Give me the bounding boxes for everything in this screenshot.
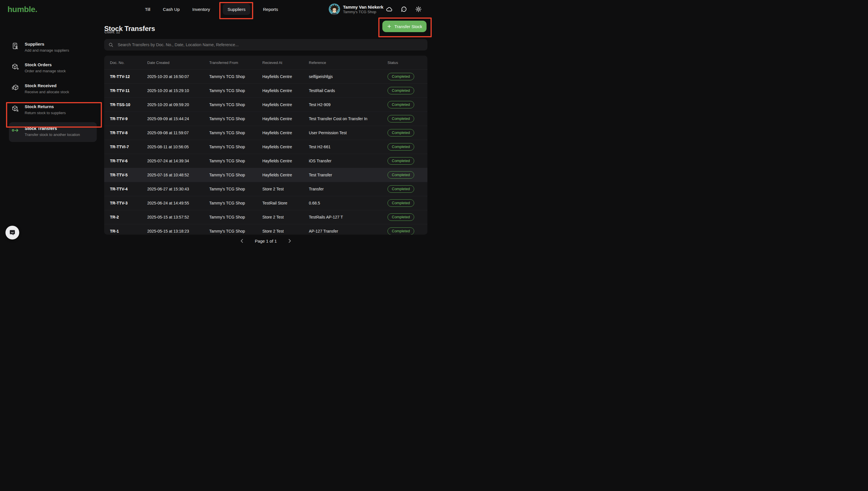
nav-reports[interactable]: Reports <box>263 7 278 12</box>
status-badge: Completed <box>387 157 414 165</box>
cell-reference: AP-127 Transfer <box>309 229 387 233</box>
cell-transferred-from: Tammy's TCG Shop <box>209 116 262 121</box>
cell-date-created: 2025-10-20 at 16:50:07 <box>147 74 209 79</box>
table-row[interactable]: TR-TTV-6 2025-07-24 at 14:39:34 Tammy's … <box>104 154 427 168</box>
search-bar <box>104 39 427 51</box>
brand-logo: humble. <box>7 5 37 14</box>
nav-till[interactable]: Till <box>145 7 151 12</box>
cell-reference: 0.68.5 <box>309 201 387 205</box>
status-badge: Completed <box>387 227 414 235</box>
chat-icon[interactable] <box>400 6 407 12</box>
chevron-right-icon[interactable] <box>287 238 293 244</box>
sidebar-item-suppliers[interactable]: Suppliers Add and manage suppliers <box>11 41 98 53</box>
status-badge: Completed <box>387 115 414 122</box>
nav-inventory[interactable]: Inventory <box>192 7 210 12</box>
box-incoming-icon <box>11 84 19 91</box>
column-header-doc-no: Doc. No. <box>110 60 147 65</box>
cell-doc-no: TR-TTV-6 <box>110 158 147 163</box>
cell-reference: Transfer <box>309 187 387 191</box>
nav-suppliers[interactable]: Suppliers <box>223 4 251 15</box>
sidebar-item-stock-transfers[interactable]: Stock Transfers Transfer stock to anothe… <box>11 126 98 137</box>
cell-received-at: Hayfields Centre <box>262 173 309 177</box>
status-badge: Completed <box>387 87 414 94</box>
supplier-card-icon <box>11 42 19 50</box>
sidebar-item-title: Suppliers <box>25 41 69 47</box>
table-row[interactable]: TR-TTV-9 2025-09-09 at 15:44:24 Tammy's … <box>104 112 427 126</box>
cell-transferred-from: Tammy's TCG Shop <box>209 229 262 233</box>
sidebar-item-title: Stock Orders <box>25 62 66 67</box>
cell-date-created: 2025-06-27 at 15:30:43 <box>147 187 209 191</box>
status-badge: Completed <box>387 73 414 80</box>
cell-transferred-from: Tammy's TCG Shop <box>209 173 262 177</box>
cell-transferred-from: Tammy's TCG Shop <box>209 215 262 220</box>
cell-received-at: Store 2 Test <box>262 187 309 191</box>
cell-reference: Test H2-661 <box>309 145 387 149</box>
box-x-icon <box>11 105 19 112</box>
cell-date-created: 2025-09-08 at 11:59:07 <box>147 131 209 135</box>
cell-reference: TestRails AP-127 T <box>309 215 387 220</box>
status-badge: Completed <box>387 101 414 108</box>
table-row[interactable]: TR-TTV-3 2025-06-24 at 14:49:55 Tammy's … <box>104 196 427 210</box>
status-badge: Completed <box>387 171 414 179</box>
table-row[interactable]: TR-1 2025-05-15 at 13:18:23 Tammy's TCG … <box>104 224 427 235</box>
pagination: Page 1 of 1 <box>104 235 427 246</box>
cell-transferred-from: Tammy's TCG Shop <box>209 131 262 135</box>
chevron-left-icon[interactable] <box>239 238 245 244</box>
circle-arrow-icon <box>11 126 19 134</box>
sidebar-item-stock-returns[interactable]: Stock Returns Return stock to suppliers <box>11 104 98 115</box>
cell-date-created: 2025-10-20 at 09:59:20 <box>147 103 209 107</box>
cell-doc-no: TR-TTV-3 <box>110 201 147 205</box>
table-row[interactable]: TR-TTV-5 2025-07-16 at 10:48:52 Tammy's … <box>104 168 427 182</box>
cell-received-at: Store 2 Test <box>262 229 309 233</box>
cell-date-created: 2025-05-15 at 13:18:23 <box>147 229 209 233</box>
sidebar-item-description: Return stock to suppliers <box>25 111 66 115</box>
status-badge: Completed <box>387 143 414 150</box>
cell-received-at: Hayfields Centre <box>262 131 309 135</box>
table-row[interactable]: TR-TTV-4 2025-06-27 at 15:30:43 Tammy's … <box>104 182 427 196</box>
table-row[interactable]: TR-2 2025-05-15 at 13:57:52 Tammy's TCG … <box>104 210 427 224</box>
chat-launcher[interactable] <box>5 226 19 239</box>
cell-doc-no: TR-2 <box>110 215 147 220</box>
sidebar-item-title: Stock Received <box>25 83 69 88</box>
transfer-stock-button[interactable]: Transfer Stock <box>382 21 427 32</box>
column-header-received-at: Recieved At <box>262 60 309 65</box>
table-row[interactable]: TR-TSS-10 2025-10-20 at 09:59:20 Tammy's… <box>104 97 427 112</box>
cell-reference: selfijpeishfgjs <box>309 74 387 79</box>
cell-doc-no: TR-TTV-4 <box>110 187 147 191</box>
cell-date-created: 2025-07-24 at 14:39:34 <box>147 158 209 163</box>
plus-icon <box>387 24 392 29</box>
search-input[interactable] <box>117 42 427 47</box>
cloud-icon[interactable] <box>386 6 393 12</box>
cell-date-created: 2025-06-24 at 14:49:55 <box>147 201 209 205</box>
cell-date-created: 2025-05-15 at 13:57:52 <box>147 215 209 220</box>
cell-doc-no: TR-TTV-8 <box>110 131 147 135</box>
topbar: humble. Till Cash Up Inventory Suppliers… <box>0 0 434 18</box>
cell-received-at: Store 2 Test <box>262 215 309 220</box>
chat-launcher-icon <box>9 229 16 236</box>
user-shop: Tammy's TCG Shop <box>343 10 386 15</box>
table-row[interactable]: TR-TTV-11 2025-10-20 at 15:29:10 Tammy's… <box>104 83 427 97</box>
nav-cash-up[interactable]: Cash Up <box>163 7 180 12</box>
cell-transferred-from: Tammy's TCG Shop <box>209 158 262 163</box>
table-row[interactable]: TR-TTV-12 2025-10-20 at 16:50:07 Tammy's… <box>104 69 427 83</box>
status-badge: Completed <box>387 185 414 193</box>
user-info: Tammy Van Niekerk Tammy's TCG Shop <box>343 4 386 15</box>
user-name: Tammy Van Niekerk <box>343 4 386 10</box>
cell-reference: TestRail Cards <box>309 88 387 93</box>
sidebar-item-description: Receive and allocate stock <box>25 90 69 94</box>
column-header-date-created: Date Created <box>147 60 209 65</box>
table-row[interactable]: TR-TTV-8 2025-09-08 at 11:59:07 Tammy's … <box>104 126 427 140</box>
avatar[interactable] <box>329 3 340 15</box>
cell-received-at: Hayfields Centre <box>262 74 309 79</box>
sidebar-item-stock-orders[interactable]: Stock Orders Order and manage stock <box>11 62 98 74</box>
page-indicator: Page 1 of 1 <box>255 239 277 243</box>
table-row[interactable]: TR-TTVI-7 2025-08-11 at 10:56:05 Tammy's… <box>104 140 427 154</box>
user-cluster: Tammy Van Niekerk Tammy's TCG Shop <box>329 3 386 15</box>
transfers-table-body: TR-TTV-12 2025-10-20 at 16:50:07 Tammy's… <box>104 69 427 235</box>
gear-icon[interactable] <box>415 6 422 12</box>
cell-date-created: 2025-08-11 at 10:56:05 <box>147 145 209 149</box>
column-header-transferred-from: Transferred From <box>209 60 262 65</box>
sidebar-item-description: Transfer stock to another location <box>25 133 80 137</box>
sidebar-item-description: Order and manage stock <box>25 69 66 74</box>
sidebar-item-stock-received[interactable]: Stock Received Receive and allocate stoc… <box>11 83 98 94</box>
